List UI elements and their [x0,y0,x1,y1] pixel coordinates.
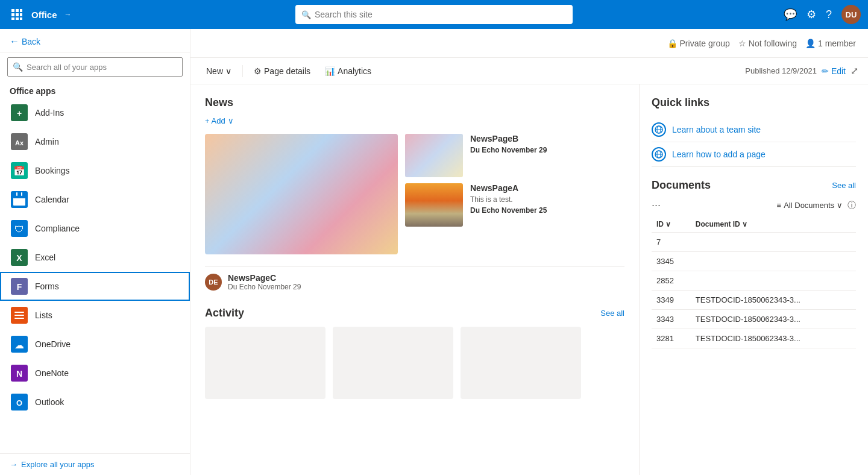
newspagec-row[interactable]: DE NewsPageC Du Echo November 29 [205,266,624,297]
doc-info-icon[interactable]: ⓘ [848,200,856,211]
forms-label: Forms [35,282,59,291]
search-apps-icon: 🔍 [13,62,23,72]
sidebar-item-calendar[interactable]: Calendar [0,185,190,214]
search-apps-box[interactable]: 🔍 [7,57,183,77]
newspageb-date: November 29 [502,146,547,154]
documents-see-all[interactable]: See all [832,181,856,190]
onenote-label: OneNote [35,368,69,378]
svg-rect-28 [14,315,24,316]
doc-filter-button[interactable]: ≡ All Documents ∨ [777,201,843,210]
table-row[interactable]: 3343 TESTDOCID-1850062343-3... [652,310,856,329]
outlook-label: Outlook [35,397,64,407]
quick-link-1-text: Learn about a team site [672,125,761,134]
quick-link-2[interactable]: Learn how to add a page [652,142,856,167]
cell-id: 2852 [652,271,691,291]
newspagea-date: November 25 [502,206,547,215]
table-row[interactable]: 2852 [652,271,856,291]
toolbar: New ∨ ⚙ Page details 📊 Analytics Publish… [190,58,868,84]
svg-rect-7 [16,17,19,20]
sidebar-item-excel[interactable]: X Excel [0,243,190,272]
add-chevron-icon: ∨ [228,116,234,125]
sidebar-item-bookings[interactable]: 📅 Bookings [0,156,190,185]
edit-button[interactable]: ✏ Edit [822,66,846,76]
cell-docid: TESTDOCID-1850062343-3... [691,291,856,310]
svg-text:🛡: 🛡 [14,224,24,234]
back-button[interactable]: ← Back [10,36,40,47]
docid-sort-icon: ∨ [742,220,747,228]
search-apps-input[interactable] [27,63,177,72]
sidebar-item-compliance[interactable]: 🛡 Compliance [0,214,190,243]
news-card-main-image [205,134,398,254]
news-card-b[interactable]: NewsPageB Du Echo November 29 [405,134,547,177]
calendar-icon [11,191,28,208]
cell-id: 3343 [652,310,691,329]
sidebar-item-forms[interactable]: F Forms [0,272,190,301]
bookings-icon: 📅 [11,162,28,179]
sidebar-item-onedrive[interactable]: ☁ OneDrive [0,330,190,359]
cell-docid [691,252,856,271]
help-icon[interactable]: ? [826,8,832,21]
sidebar-item-addins[interactable]: + Add-Ins [0,98,190,127]
sidebar-footer: → Explore all your apps [0,453,190,475]
excel-icon: X [11,249,28,266]
table-row[interactable]: 7 [652,233,856,252]
add-news-button[interactable]: + Add ∨ [205,116,624,125]
new-label: New [206,66,223,76]
cell-docid: TESTDOCID-1850062343-3... [691,310,856,329]
svg-rect-4 [16,13,19,16]
apps-list: + Add-Ins Ax Admin 📅 [0,98,190,453]
activity-see-all[interactable]: See all [600,309,624,318]
search-box[interactable]: 🔍 [295,5,573,24]
fullscreen-button[interactable]: ⤢ [851,65,858,77]
admin-label: Admin [35,137,59,146]
cell-docid [691,271,856,291]
doc-toolbar: ··· ≡ All Documents ∨ ⓘ [652,199,856,212]
addins-icon: + [11,104,28,121]
top-bar-right: 💬 ⚙ ? DU [784,5,861,24]
svg-text:Ax: Ax [15,139,24,146]
explore-all-button[interactable]: → Explore all your apps [10,460,180,469]
chat-icon[interactable]: 💬 [784,8,797,21]
settings-icon[interactable]: ⚙ [807,8,816,21]
svg-rect-5 [20,13,22,16]
sidebar-item-lists[interactable]: Lists [0,301,190,330]
explore-all-label: Explore all your apps [21,460,94,469]
doc-menu-dots[interactable]: ··· [652,199,661,212]
explore-arrow-icon: → [10,460,17,469]
search-input[interactable] [315,10,567,19]
office-label: Office [31,10,57,20]
member-count-label: 1 member [818,39,856,48]
quick-link-1[interactable]: Learn about a team site [652,118,856,142]
member-count: 👤 1 member [805,39,856,48]
table-row[interactable]: 3281 TESTDOCID-1850062343-3... [652,329,856,348]
site-header: 🔒 Private group ☆ Not following 👤 1 memb… [190,29,868,58]
sidebar-item-onenote[interactable]: N OneNote [0,359,190,388]
back-label: Back [22,37,40,46]
avatar[interactable]: DU [841,5,861,24]
table-row[interactable]: 3345 [652,252,856,271]
star-icon: ☆ [738,39,746,48]
cell-id: 3345 [652,252,691,271]
addins-label: Add-Ins [35,108,64,118]
page-details-button[interactable]: ⚙ Page details [248,63,316,80]
newspageb-author: Du Echo [470,146,500,154]
col-id-header[interactable]: ID ∨ [652,216,691,233]
newspagec-author: Du Echo [228,283,256,291]
news-thumb-a [405,183,463,227]
activity-title: Activity [205,307,244,319]
news-card-a[interactable]: NewsPageA This is a test. Du Echo Novemb… [405,183,547,227]
waffle-icon[interactable] [7,5,27,24]
table-row[interactable]: 3349 TESTDOCID-1850062343-3... [652,291,856,310]
svg-rect-19 [21,192,22,196]
sidebar-item-outlook[interactable]: O Outlook [0,388,190,417]
not-following-button[interactable]: ☆ Not following [738,39,797,48]
sidebar-item-admin[interactable]: Ax Admin [0,127,190,156]
news-card-main[interactable] [205,134,398,254]
bookings-label: Bookings [35,166,70,175]
svg-rect-0 [11,9,14,12]
outlook-icon: O [11,394,28,411]
svg-rect-29 [14,318,24,319]
col-docid-header[interactable]: Document ID ∨ [691,216,856,233]
new-button[interactable]: New ∨ [200,63,237,80]
analytics-button[interactable]: 📊 Analytics [319,63,377,80]
